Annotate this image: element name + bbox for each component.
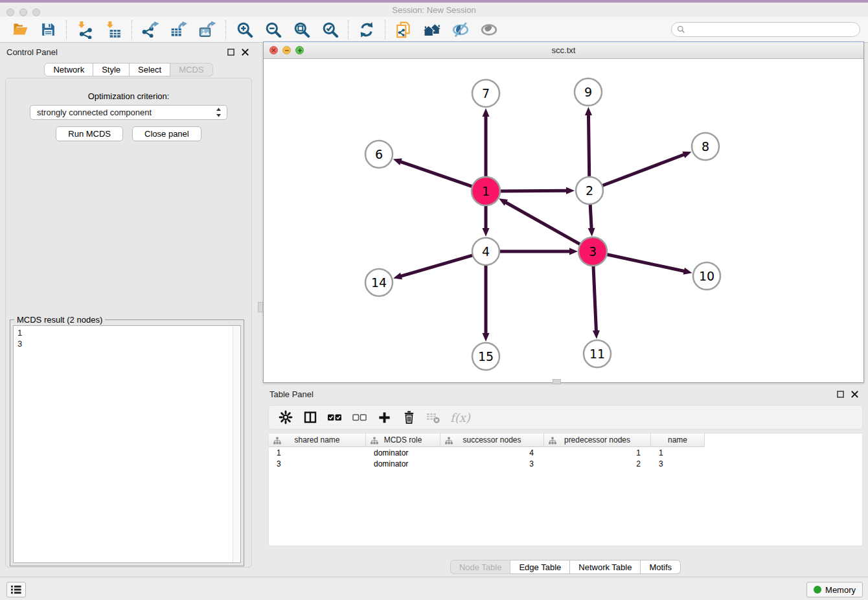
- mcds-result-text[interactable]: 1 3: [13, 325, 241, 563]
- show-hidden-button[interactable]: [475, 18, 503, 41]
- tab-mcds[interactable]: MCDS: [170, 63, 212, 76]
- memory-button[interactable]: Memory: [806, 582, 863, 597]
- edge-1-6[interactable]: [399, 161, 474, 187]
- minimize-window-button[interactable]: [19, 8, 27, 16]
- table-settings-button[interactable]: [277, 408, 295, 426]
- edge-2-8[interactable]: [601, 154, 685, 187]
- graph-node-label-2: 2: [586, 183, 593, 198]
- import-table-button[interactable]: [99, 18, 128, 41]
- edge-4-14[interactable]: [400, 255, 474, 276]
- column-header-shared-name[interactable]: shared name: [269, 433, 366, 447]
- float-table-panel-button[interactable]: [834, 389, 846, 399]
- column-view-button[interactable]: [301, 408, 319, 426]
- float-panel-button[interactable]: [225, 47, 236, 57]
- export-image-button[interactable]: [193, 18, 222, 41]
- add-column-button[interactable]: [375, 408, 393, 426]
- export-table-button[interactable]: [165, 18, 193, 41]
- minimize-network-button[interactable]: [282, 46, 291, 54]
- window-controls[interactable]: [6, 8, 40, 16]
- table-cell[interactable]: 1: [269, 448, 366, 457]
- tab-style[interactable]: Style: [93, 63, 130, 76]
- hide-selected-button[interactable]: [446, 18, 475, 41]
- duplicate-network-button[interactable]: [389, 18, 418, 41]
- import-network-icon: [76, 21, 94, 39]
- column-header-successor-nodes[interactable]: successor nodes: [440, 433, 544, 447]
- edge-arrowhead: [483, 108, 490, 117]
- gear-icon: [279, 410, 293, 424]
- checked-boxes-icon: [327, 410, 343, 424]
- table-cell[interactable]: 3: [651, 459, 705, 468]
- show-all-networks-button[interactable]: [418, 18, 446, 41]
- edge-1-2[interactable]: [498, 190, 568, 191]
- splitter-grip-vertical[interactable]: [258, 302, 263, 312]
- save-session-button[interactable]: [34, 18, 62, 41]
- close-mcds-panel-button[interactable]: Close panel: [132, 126, 201, 141]
- close-window-button[interactable]: [6, 8, 14, 16]
- table-cell[interactable]: dominator: [366, 448, 440, 457]
- column-header-predecessor-nodes[interactable]: predecessor nodes: [544, 433, 651, 447]
- edge-arrowhead: [588, 228, 595, 237]
- apply-function-button[interactable]: f(x): [449, 408, 470, 426]
- export-network-button[interactable]: [136, 18, 165, 41]
- table-cell[interactable]: 2: [544, 459, 651, 468]
- titlebar: Session: New Session: [0, 3, 868, 17]
- float-icon: [837, 391, 844, 398]
- duplicate-network-icon: [394, 21, 413, 39]
- zoom-fit-button[interactable]: [287, 18, 315, 41]
- edge-2-3[interactable]: [590, 203, 591, 230]
- zoom-in-button[interactable]: [230, 18, 258, 41]
- close-network-button[interactable]: [269, 46, 278, 54]
- result-scrollbar[interactable]: [233, 326, 240, 562]
- import-network-button[interactable]: [71, 18, 99, 41]
- tab-motifs[interactable]: Motifs: [641, 560, 681, 574]
- zoom-selected-button[interactable]: [315, 18, 344, 41]
- node-table[interactable]: shared nameMCDS rolesuccessor nodesprede…: [268, 433, 863, 546]
- refresh-layout-button[interactable]: [352, 18, 381, 41]
- delete-column-button[interactable]: [400, 408, 418, 426]
- tab-edge-table[interactable]: Edge Table: [510, 560, 570, 574]
- splitter-grip-horizontal[interactable]: [553, 379, 561, 384]
- column-header-MCDS-role[interactable]: MCDS role: [366, 433, 440, 447]
- run-mcds-button[interactable]: Run MCDS: [56, 126, 123, 141]
- tab-node-table[interactable]: Node Table: [450, 560, 511, 574]
- optimization-criterion-select[interactable]: strongly connected component: [30, 105, 227, 120]
- edge-3-10[interactable]: [605, 254, 686, 271]
- zoom-out-button[interactable]: [258, 18, 287, 41]
- select-all-columns-button[interactable]: [326, 408, 344, 426]
- table-cell[interactable]: 4: [440, 448, 544, 457]
- zoom-window-button[interactable]: [32, 8, 40, 16]
- column-header-label: successor nodes: [463, 435, 521, 444]
- edge-2-9[interactable]: [588, 113, 589, 178]
- table-cell[interactable]: 3: [440, 459, 544, 468]
- edge-3-1[interactable]: [505, 202, 582, 245]
- table-row-2[interactable]: 3dominator323: [269, 458, 862, 469]
- column-header-name[interactable]: name: [651, 433, 705, 447]
- maximize-network-button[interactable]: [295, 46, 304, 54]
- task-history-button[interactable]: [6, 582, 26, 597]
- search-input[interactable]: [689, 25, 854, 34]
- close-panel-button[interactable]: [239, 47, 251, 57]
- table-cell[interactable]: 1: [651, 448, 705, 457]
- tab-network-table[interactable]: Network Table: [570, 560, 641, 574]
- close-icon: [851, 391, 858, 398]
- deselect-all-columns-button[interactable]: [350, 408, 369, 426]
- table-cell[interactable]: 3: [269, 459, 366, 468]
- table-cell[interactable]: 1: [544, 448, 651, 457]
- column-header-label: predecessor nodes: [564, 435, 630, 444]
- toolbar-search[interactable]: [671, 22, 860, 37]
- delete-table-button[interactable]: [424, 408, 442, 426]
- tab-select[interactable]: Select: [130, 63, 170, 76]
- close-table-panel-button[interactable]: [849, 389, 860, 399]
- open-file-button[interactable]: [5, 18, 34, 41]
- export-image-icon: [198, 21, 216, 39]
- table-cell[interactable]: dominator: [366, 459, 440, 468]
- edge-3-11[interactable]: [593, 264, 597, 332]
- network-window-titlebar[interactable]: scc.txt: [264, 42, 863, 59]
- toolbar-separator: [348, 20, 348, 40]
- graph-node-label-6: 6: [375, 147, 383, 161]
- network-canvas[interactable]: 1234678910111415: [264, 59, 863, 382]
- tab-network[interactable]: Network: [44, 63, 93, 76]
- network-graph[interactable]: 1234678910111415: [264, 59, 863, 381]
- table-row-1[interactable]: 1dominator411: [269, 447, 862, 458]
- trash-icon: [402, 410, 416, 424]
